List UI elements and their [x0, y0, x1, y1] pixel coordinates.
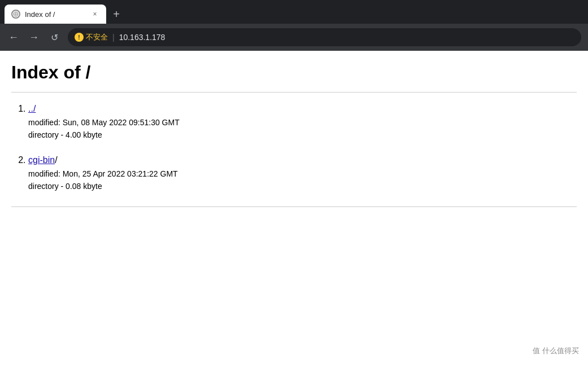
new-tab-button[interactable]: + — [108, 6, 124, 22]
file-meta-2: modified: Mon, 25 Apr 2022 03:21:22 GMT … — [28, 168, 577, 193]
browser-tab[interactable]: Index of / × — [5, 5, 106, 24]
tab-favicon-icon — [11, 10, 20, 19]
file-type-1: directory - 4.00 kbyte — [28, 129, 577, 141]
tab-bar: Index of / × + — [0, 0, 588, 24]
list-item: cgi-bin/ modified: Mon, 25 Apr 2022 03:2… — [28, 155, 577, 193]
file-list: ../ modified: Sun, 08 May 2022 09:51:30 … — [11, 104, 577, 193]
tab-close-button[interactable]: × — [90, 10, 99, 19]
file-link-cgi-bin[interactable]: cgi-bin — [28, 155, 55, 165]
bottom-divider — [11, 206, 577, 207]
url-separator: | — [112, 33, 115, 42]
back-button[interactable]: ← — [7, 30, 20, 44]
page-content: Index of / ../ modified: Sun, 08 May 202… — [0, 51, 588, 218]
file-modified-2: modified: Mon, 25 Apr 2022 03:21:22 GMT — [28, 168, 577, 180]
file-type-2: directory - 0.08 kbyte — [28, 180, 577, 192]
reload-button[interactable]: ↺ — [47, 30, 61, 44]
file-modified-1: modified: Sun, 08 May 2022 09:51:30 GMT — [28, 116, 577, 129]
forward-button[interactable]: → — [27, 30, 41, 44]
browser-chrome: Index of / × + ← → ↺ ! 不安全 | 10.163.1.17… — [0, 0, 588, 51]
watermark: 值 什么值得买 — [533, 346, 579, 356]
url-text: 10.163.1.178 — [119, 33, 165, 42]
tab-title: Index of / — [25, 10, 86, 19]
file-meta-1: modified: Sun, 08 May 2022 09:51:30 GMT … — [28, 116, 577, 142]
top-divider — [11, 92, 577, 93]
file-link-suffix: / — [55, 155, 57, 165]
page-title: Index of / — [11, 62, 577, 83]
url-bar[interactable]: ! 不安全 | 10.163.1.178 — [68, 28, 581, 46]
security-warning: ! 不安全 — [75, 32, 108, 42]
warning-icon: ! — [75, 33, 84, 42]
file-link-parent[interactable]: ../ — [28, 104, 36, 113]
address-bar: ← → ↺ ! 不安全 | 10.163.1.178 — [0, 24, 588, 51]
list-item: ../ modified: Sun, 08 May 2022 09:51:30 … — [28, 104, 577, 142]
security-warning-text: 不安全 — [86, 32, 108, 42]
